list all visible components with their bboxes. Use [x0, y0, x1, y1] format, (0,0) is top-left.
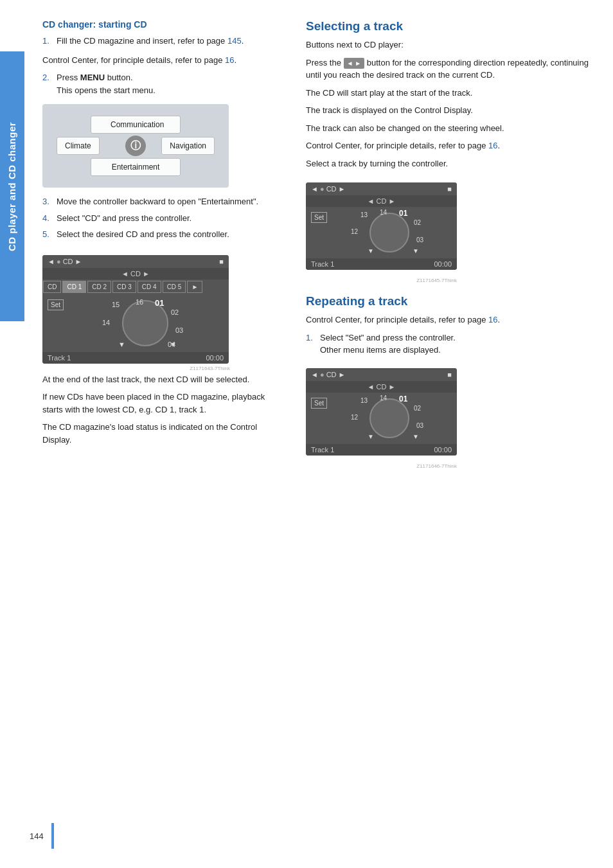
- svg-point-10: [370, 213, 409, 252]
- steering-wheel-para: The track can also be changed on the ste…: [306, 122, 594, 135]
- svg-text:01: 01: [399, 394, 408, 403]
- sidebar-label: CD player and CD changer: [0, 51, 24, 321]
- track-time-3: 00:00: [434, 446, 452, 454]
- para-end-2: If new CDs have been placed in the CD ma…: [42, 391, 287, 416]
- page-16-link-repeat[interactable]: 16: [488, 315, 497, 324]
- arrow-button-icon: ◄ ►: [344, 58, 365, 69]
- step-1: 1. Fill the CD magazine and insert, refe…: [42, 35, 287, 48]
- cd-second-bar-2: ◄ CD ►: [306, 195, 457, 207]
- svg-text:14: 14: [102, 319, 110, 326]
- page-number: 144: [30, 831, 44, 841]
- svg-text:03: 03: [416, 236, 424, 244]
- svg-text:02: 02: [414, 405, 422, 412]
- repeat-step-1: 1. Select "Set" and press the controller…: [306, 332, 594, 357]
- para-end-1: At the end of the last track, the next C…: [42, 373, 287, 386]
- cd-tabs-1: CD CD 1 CD 2 CD 3 CD 4 CD 5 ►: [42, 279, 229, 294]
- svg-text:02: 02: [414, 219, 422, 226]
- buttons-para: Buttons next to CD player:: [306, 39, 594, 51]
- svg-text:16: 16: [136, 298, 143, 306]
- step-5: 5. Select the desired CD and press the c…: [42, 228, 287, 241]
- track-display-para: The track is displayed on the Control Di…: [306, 104, 594, 117]
- cd-top-bar-3: ◄ ● CD ► ■: [306, 368, 457, 381]
- left-step-list: 1. Fill the CD magazine and insert, refe…: [42, 35, 287, 48]
- menu-center-icon: ⓘ: [125, 136, 146, 156]
- step-2: 2. Press MENU button. This opens the sta…: [42, 71, 287, 96]
- repeat-control-para: Control Center, for principle details, r…: [306, 314, 594, 326]
- svg-text:01: 01: [399, 209, 408, 218]
- step-4: 4. Select "CD" and press the controller.: [42, 212, 287, 225]
- cd-display-1: ◄ ● CD ► ■ ◄ CD ► CD CD 1 CD 2 CD 3 CD 4…: [42, 255, 229, 364]
- control-para-right: Control Center, for principle details, r…: [306, 139, 594, 152]
- cd-wheel-area-1: Set 15 16 01 02 03 04 ▼ ▼: [42, 294, 229, 352]
- page-line: [51, 823, 54, 849]
- cd-wheel-area-3: Set 13 14 01 02 03 ▼ ▼ 12: [306, 393, 457, 444]
- cd-track-svg-3: 13 14 01 02 03 ▼ ▼ 12: [306, 393, 457, 444]
- select-track-para: Select a track by turning the controller…: [306, 157, 594, 170]
- cd-wheel-area-2: Set 13 14 01 02 03 ▼ ▼ 12: [306, 207, 457, 258]
- svg-text:14: 14: [380, 394, 387, 402]
- cd-bottom-bar-2: Track 1 00:00: [306, 258, 457, 270]
- track-label-1: Track 1: [48, 354, 71, 362]
- track-start-para: The CD will start play at the start of t…: [306, 87, 594, 100]
- svg-text:03: 03: [416, 422, 424, 429]
- svg-text:13: 13: [360, 397, 368, 404]
- menu-communication: Communication: [91, 116, 181, 134]
- svg-text:▼: ▼: [368, 247, 374, 254]
- svg-text:▼: ▼: [368, 433, 374, 440]
- menu-navigation: Navigation: [161, 137, 215, 155]
- cd-top-bar-1: ◄ ● CD ► ■: [42, 255, 229, 268]
- page-145-link[interactable]: 145: [227, 36, 242, 46]
- track-label-2: Track 1: [311, 260, 334, 268]
- svg-text:15: 15: [112, 301, 120, 308]
- cd-second-bar-1: ◄ CD ►: [42, 268, 229, 279]
- para-end-3: The CD magazine's load status is indicat…: [42, 421, 287, 446]
- left-heading: CD changer: starting CD: [42, 19, 287, 30]
- cd-top-bar-2: ◄ ● CD ► ■: [306, 182, 457, 195]
- svg-point-19: [370, 399, 409, 438]
- menu-climate: Climate: [57, 137, 100, 155]
- svg-text:12: 12: [351, 228, 359, 235]
- right-column: Selecting a track Buttons next to CD pla…: [306, 19, 594, 470]
- svg-text:14: 14: [380, 209, 387, 216]
- page-16-link-1[interactable]: 16: [225, 55, 234, 65]
- svg-text:▼: ▼: [118, 341, 125, 348]
- cd-display-1-container: ◄ ● CD ► ■ ◄ CD ► CD CD 1 CD 2 CD 3 CD 4…: [42, 247, 229, 371]
- page-16-link-right[interactable]: 16: [488, 141, 497, 150]
- svg-text:01: 01: [155, 298, 164, 308]
- cd-display-2-container: ◄ ● CD ► ■ ◄ CD ► Set 13 14 01 02 03 ▼: [306, 175, 457, 283]
- step-3: 3. Move the controller backward to open …: [42, 195, 287, 208]
- steps-3-5: 3. Move the controller backward to open …: [42, 195, 287, 241]
- cd-bottom-bar-3: Track 1 00:00: [306, 444, 457, 456]
- svg-text:▼: ▼: [170, 341, 177, 348]
- cd-track-svg-2: 13 14 01 02 03 ▼ ▼ 12: [306, 207, 457, 258]
- svg-text:13: 13: [360, 211, 368, 218]
- cd-second-bar-3: ◄ CD ►: [306, 381, 457, 393]
- cd-display-2: ◄ ● CD ► ■ ◄ CD ► Set 13 14 01 02 03 ▼: [306, 182, 457, 270]
- svg-text:▼: ▼: [413, 433, 419, 440]
- menu-illustration: Communication Climate ⓘ Navigation Enter…: [42, 104, 229, 188]
- para-control-1: Control Center, for principle details, r…: [42, 54, 287, 67]
- track-label-3: Track 1: [311, 446, 334, 454]
- svg-text:12: 12: [351, 414, 359, 421]
- cd-bottom-bar-1: Track 1 00:00: [42, 352, 229, 364]
- svg-text:▼: ▼: [413, 247, 419, 254]
- page-footer: 144: [30, 823, 594, 849]
- right-heading-1: Selecting a track: [306, 19, 594, 33]
- track-time-2: 00:00: [434, 260, 452, 268]
- track-time-1: 00:00: [206, 354, 224, 362]
- svg-text:02: 02: [171, 308, 179, 316]
- cd-track-svg-1: 15 16 01 02 03 04 ▼ ▼ 14: [42, 294, 229, 352]
- cd-display-3: ◄ ● CD ► ■ ◄ CD ► Set 13 14 01 02 03 ▼: [306, 368, 457, 456]
- press-para: Press the ◄ ► button for the correspondi…: [306, 57, 594, 82]
- cd-display-3-container: ◄ ● CD ► ■ ◄ CD ► Set 13 14 01 02 03 ▼: [306, 360, 457, 469]
- menu-entertainment: Entertainment: [91, 158, 181, 176]
- svg-text:03: 03: [175, 326, 183, 334]
- right-heading-2: Repeating a track: [306, 294, 594, 308]
- left-column: CD changer: starting CD 1. Fill the CD m…: [42, 19, 287, 470]
